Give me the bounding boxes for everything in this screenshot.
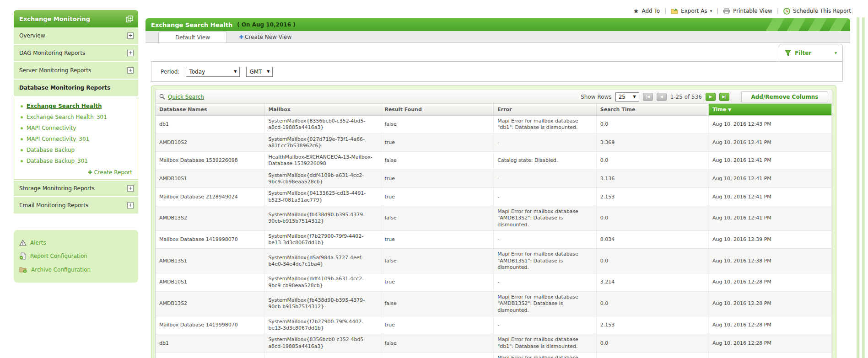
cell-time: Aug 10, 2016 12:28 PM	[709, 291, 832, 316]
sidebar: Exchange Monitoring Overview + DAG Monit…	[14, 10, 138, 283]
report-link-exchange-search-health[interactable]: Exchange Search Health	[21, 101, 133, 112]
sidebar-item-storage-monitoring[interactable]: Storage Monitoring Reports +	[14, 180, 138, 197]
bullet-icon	[21, 149, 23, 151]
show-rows-select[interactable]: 25 ▼	[615, 92, 639, 102]
sidebar-item-server-monitoring[interactable]: Server Monitoring Reports +	[14, 62, 138, 80]
table-row: Mailbox Database 1419998070SystemMailbox…	[156, 230, 832, 249]
column-header-search-time[interactable]: Search Time	[596, 104, 708, 116]
bullet-icon	[21, 105, 23, 107]
table-row: AMDB10S1SystemMailbox{ddf4109b-a631-4cc2…	[156, 170, 832, 188]
export-as-button[interactable]: Export As ▾	[671, 8, 712, 14]
last-page-button[interactable]: ▶|	[719, 93, 729, 101]
expand-all-icon[interactable]	[126, 16, 134, 22]
table-row: Mailbox Database 1539226098HealthMailbox…	[156, 152, 832, 170]
expand-icon[interactable]: +	[127, 50, 134, 56]
cell-time: Aug 10, 2016 12:28 PM	[709, 316, 832, 334]
cell-search-time: 0.0	[596, 206, 708, 230]
cell-search-time: 0.0	[596, 152, 708, 170]
report-title-bar: Exchange Search Health ( On Aug 10,2016 …	[146, 18, 850, 31]
cell-mailbox: SystemMailbox{f7b27900-79f9-4402-be13-3d…	[264, 316, 381, 334]
archive-configuration-link[interactable]: Archive Configuration	[19, 263, 133, 276]
cell-search-time: 0.0	[596, 353, 708, 358]
right-edge-stripe	[857, 17, 859, 358]
cell-database-name: Mailbox Database 1539226098	[156, 152, 264, 170]
schedule-report-button[interactable]: Schedule This Report	[783, 8, 851, 15]
cell-result-found: false	[381, 353, 494, 358]
column-header-time[interactable]: Time▼	[709, 104, 832, 116]
cell-time: Aug 10, 2016 12:41 PM	[709, 170, 832, 188]
cell-search-time: 0.0	[596, 334, 708, 353]
report-link-database-backup[interactable]: Database Backup	[21, 144, 133, 155]
page-title: Exchange Search Health	[151, 21, 232, 28]
add-to-button[interactable]: ★ Add To	[633, 7, 660, 15]
period-select[interactable]: Today ▼	[186, 67, 240, 77]
cell-mailbox: SystemMailbox{8356bcb0-c352-4bd5-a8cd-19…	[264, 116, 381, 134]
sort-desc-icon: ▼	[728, 107, 731, 112]
report-link-database-backup-301[interactable]: Database Backup_301	[21, 155, 133, 166]
results-table: Database Names Mailbox Result Found Erro…	[156, 104, 832, 358]
search-icon	[159, 94, 165, 100]
tab-default-view[interactable]: Default View	[158, 32, 227, 43]
sidebar-item-email-monitoring[interactable]: Email Monitoring Reports +	[14, 197, 138, 214]
timezone-value: GMT	[249, 69, 262, 75]
create-report-link[interactable]: ✚ Create Report	[21, 166, 133, 176]
column-header-mailbox[interactable]: Mailbox	[264, 104, 381, 116]
cell-error: -	[494, 316, 597, 334]
report-configuration-link[interactable]: Report Configuration	[19, 249, 133, 263]
schedule-report-label: Schedule This Report	[793, 8, 851, 14]
alert-icon	[19, 240, 27, 246]
column-header-database-names[interactable]: Database Names	[156, 104, 264, 116]
report-link-mapi-connectivity-301[interactable]: MAPI Connectivity_301	[21, 134, 133, 144]
expand-icon[interactable]: +	[127, 32, 134, 39]
printable-view-label: Printable View	[733, 8, 772, 14]
quick-search-link[interactable]: Quick Search	[159, 94, 204, 100]
column-header-error[interactable]: Error	[494, 104, 597, 116]
expand-icon[interactable]: +	[127, 185, 134, 192]
printable-view-button[interactable]: Printable View	[723, 8, 772, 14]
column-header-result-found[interactable]: Result Found	[381, 104, 494, 116]
cell-search-time: 3.136	[596, 170, 708, 188]
bullet-icon	[21, 160, 23, 162]
separator: |	[717, 8, 718, 14]
cell-result-found: true	[381, 230, 494, 249]
table-row: AMDB13S2SystemMailbox{fb438d90-b395-4379…	[156, 206, 832, 230]
create-new-view-button[interactable]: ✚ Create New View	[239, 34, 291, 43]
table-row: db1SystemMailbox{8356bcb0-c352-4bd5-a8cd…	[156, 334, 832, 353]
table-row: db1SystemMailbox{8356bcb0-c352-4bd5-a8cd…	[156, 116, 832, 134]
sidebar-item-overview[interactable]: Overview +	[14, 27, 138, 45]
add-remove-columns-button[interactable]: Add/Remove Columns	[741, 91, 828, 102]
first-page-button[interactable]: |◀	[643, 93, 653, 101]
expand-icon[interactable]: +	[127, 202, 134, 208]
timezone-select[interactable]: GMT ▼	[246, 67, 273, 77]
right-edge-stripe	[862, 17, 865, 358]
table-row: Mailbox Database 1539226098SystemMailbox…	[156, 353, 832, 358]
report-link-mapi-connectivity[interactable]: MAPI Connectivity	[21, 123, 133, 134]
filter-button[interactable]: Filter ▾	[779, 44, 843, 61]
sidebar-item-label: Email Monitoring Reports	[19, 202, 88, 208]
expand-icon[interactable]: +	[127, 67, 134, 74]
cell-mailbox: SystemMailbox{38123b5a-2306-4deb-a305-81…	[264, 353, 381, 358]
cell-result-found: false	[381, 116, 494, 134]
cell-error: -	[494, 170, 597, 188]
cell-time: Aug 10, 2016 12:38 PM	[709, 249, 832, 273]
cell-database-name: db1	[156, 334, 264, 353]
sidebar-item-dag-monitoring[interactable]: DAG Monitoring Reports +	[14, 45, 138, 62]
cell-error: -	[494, 134, 597, 152]
cell-database-name: Mailbox Database 1539226098	[156, 353, 264, 358]
previous-page-button[interactable]: ◀	[657, 93, 667, 101]
sidebar-item-database-monitoring[interactable]: Database Monitoring Reports	[14, 80, 138, 97]
cell-mailbox: SystemMailbox{f7b27900-79f9-4402-be13-3d…	[264, 230, 381, 249]
alerts-link[interactable]: Alerts	[19, 236, 133, 249]
cell-mailbox: SystemMailbox{027d719e-73f1-4a66-a81f-cc…	[264, 134, 381, 152]
report-actions-toolbar: ★ Add To | Export As ▾ | Printable View …	[633, 7, 851, 15]
report-link-exchange-search-health-301[interactable]: Exchange Search Health_301	[21, 112, 133, 123]
cell-time: Aug 10, 2016 12:28 PM	[709, 334, 832, 353]
cell-error: Mapi Error for mailbox database "db1": D…	[494, 334, 597, 353]
create-new-view-label: Create New View	[245, 34, 291, 40]
next-page-button[interactable]: ▶	[706, 93, 716, 101]
table-row: AMDB13S1SystemMailbox{d5af984a-5727-4eef…	[156, 249, 832, 273]
period-label: Period:	[161, 69, 179, 75]
period-value: Today	[189, 69, 205, 75]
create-report-label: Create Report	[94, 169, 132, 176]
cell-error: Mapi Error for mailbox database "db1": D…	[494, 116, 597, 134]
